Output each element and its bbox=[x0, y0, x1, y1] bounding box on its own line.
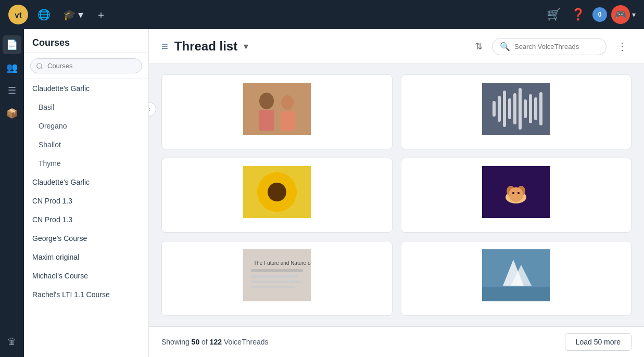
main-layout: 📄 👥 ☰ 📦 🗑 Courses Claudette's GarlicBasi… bbox=[0, 29, 644, 357]
card-thumbnail bbox=[401, 241, 632, 309]
help-icon-btn[interactable]: ❓ bbox=[568, 5, 588, 24]
sort-icon-btn[interactable]: ⇅ bbox=[472, 37, 486, 55]
card-thumbnail bbox=[401, 75, 632, 143]
card-title: dnelson testing export bbox=[401, 143, 632, 149]
status-bar: Showing 50 of 122 VoiceThreads Load 50 m… bbox=[149, 326, 644, 357]
thread-card[interactable]: The Future and Nature of Education Walru… bbox=[161, 241, 393, 316]
thread-card[interactable]: dnelson testing export Mario Jun 13, 202… bbox=[401, 74, 632, 149]
document-nav-btn[interactable]: 📄 bbox=[3, 35, 21, 54]
list-nav-btn[interactable]: ☰ bbox=[3, 81, 21, 100]
svg-rect-42 bbox=[251, 286, 295, 288]
card-thumbnail bbox=[162, 75, 392, 143]
svg-rect-47 bbox=[482, 288, 550, 301]
svg-point-3 bbox=[281, 95, 294, 110]
thread-card[interactable]: luff up the puff Potter 2022 Potter Jan … bbox=[401, 241, 632, 316]
svg-rect-41 bbox=[251, 280, 300, 283]
cart-icon-btn[interactable]: 🛒 bbox=[544, 5, 564, 24]
svg-rect-39 bbox=[251, 269, 303, 272]
sidebar-course-item[interactable]: CN Prod 1.3 bbox=[24, 192, 148, 210]
add-btn[interactable]: ＋ bbox=[93, 5, 109, 25]
sidebar-course-item[interactable]: Basil bbox=[24, 98, 148, 117]
sidebar-search-container bbox=[24, 53, 148, 79]
thread-card[interactable]: Head to Toe Exam Mario Jun 22, 2023 ⋮ bbox=[161, 74, 393, 149]
user-avatar-btn[interactable]: 🎮 ▾ bbox=[611, 5, 636, 24]
thread-search-input[interactable] bbox=[514, 43, 599, 50]
sidebar-courses-list: Claudette's GarlicBasilOreganoShallotThy… bbox=[24, 79, 148, 357]
sidebar-course-item[interactable]: Oregano bbox=[24, 117, 148, 135]
thread-grid: Head to Toe Exam Mario Jun 22, 2023 ⋮ dn… bbox=[149, 64, 644, 326]
box-nav-btn[interactable]: 📦 bbox=[3, 104, 21, 123]
vt-logo[interactable]: vt bbox=[8, 5, 28, 24]
svg-point-34 bbox=[509, 187, 523, 202]
sidebar-course-item[interactable]: Claudette's Garlic bbox=[24, 79, 148, 98]
svg-rect-15 bbox=[539, 92, 542, 125]
svg-rect-7 bbox=[498, 96, 501, 122]
svg-rect-9 bbox=[508, 98, 511, 119]
top-navigation: vt 🌐 🎓 ▾ ＋ 🛒 ❓ 0 🎮 ▾ bbox=[0, 0, 644, 29]
sidebar-course-item[interactable]: Claudette's Garlic bbox=[24, 173, 148, 192]
users-nav-btn[interactable]: 👥 bbox=[3, 58, 21, 77]
thread-card[interactable]: Latte dogs! Potter Mar 22, 2023 ⋮ bbox=[401, 158, 632, 233]
svg-point-36 bbox=[517, 192, 520, 194]
thread-search-bar: 🔍 bbox=[492, 38, 607, 55]
card-thumbnail: The Future and Nature of Education bbox=[162, 241, 392, 309]
sidebar-course-item[interactable]: George's Course bbox=[24, 229, 148, 248]
sidebar-course-item[interactable]: CN Prod 1.3 bbox=[24, 210, 148, 229]
sidebar-course-item[interactable]: Shallot bbox=[24, 135, 148, 154]
load-more-button[interactable]: Load 50 more bbox=[565, 333, 632, 351]
avatar: 🎮 bbox=[611, 5, 630, 24]
svg-rect-12 bbox=[524, 99, 527, 118]
sidebar-title: Courses bbox=[24, 29, 148, 53]
svg-rect-10 bbox=[513, 93, 516, 124]
nav-right-group: 🛒 ❓ 0 🎮 ▾ bbox=[544, 5, 636, 24]
thread-list-title: Thread list bbox=[174, 39, 237, 54]
notification-badge[interactable]: 0 bbox=[592, 7, 607, 22]
svg-rect-40 bbox=[251, 275, 298, 278]
svg-point-1 bbox=[259, 93, 274, 109]
svg-point-35 bbox=[512, 192, 514, 194]
icon-bar: 📄 👥 ☰ 📦 🗑 bbox=[0, 29, 24, 357]
thread-list-icon: ≡ bbox=[161, 40, 168, 53]
card-title: Latte dogs! bbox=[401, 226, 632, 233]
card-thumbnail bbox=[401, 158, 632, 226]
svg-rect-2 bbox=[259, 110, 274, 131]
more-options-btn[interactable]: ⋮ bbox=[613, 38, 632, 55]
thread-list-dropdown-btn[interactable]: ▾ bbox=[244, 41, 248, 52]
sidebar: Courses Claudette's GarlicBasilOreganoSh… bbox=[24, 29, 149, 357]
sidebar-course-item[interactable]: Michael's Course bbox=[24, 266, 148, 285]
svg-rect-14 bbox=[534, 97, 537, 120]
card-title: Untitled bbox=[162, 226, 392, 233]
sidebar-course-item[interactable]: Thyme bbox=[24, 154, 148, 173]
svg-rect-11 bbox=[519, 88, 522, 130]
svg-point-29 bbox=[268, 183, 286, 201]
trash-nav-btn[interactable]: 🗑 bbox=[3, 332, 21, 351]
svg-rect-6 bbox=[493, 101, 496, 117]
graduation-cap-btn[interactable]: 🎓 ▾ bbox=[60, 5, 86, 24]
sidebar-course-item[interactable]: Rachel's LTI 1.1 Course bbox=[24, 285, 148, 304]
svg-rect-0 bbox=[243, 83, 311, 135]
svg-rect-13 bbox=[529, 94, 532, 123]
card-thumbnail bbox=[162, 158, 392, 226]
sidebar-search-input[interactable] bbox=[30, 58, 142, 73]
svg-rect-8 bbox=[503, 91, 506, 127]
card-title: Walrus bbox=[162, 309, 392, 316]
card-title: luff up the puff Potter 2022 bbox=[401, 309, 632, 316]
status-text: Showing 50 of 122 VoiceThreads bbox=[161, 338, 269, 346]
svg-text:The Future and Nature of Educa: The Future and Nature of Education bbox=[254, 260, 311, 266]
thread-card[interactable]: Untitled Mario Jun 13, 2023 ⋮ bbox=[161, 158, 393, 233]
card-title: Head to Toe Exam bbox=[162, 143, 392, 149]
content-area: ‹ ≡ Thread list ▾ ⇅ 🔍 ⋮ Head to Toe Exam… bbox=[149, 29, 644, 357]
svg-rect-4 bbox=[281, 111, 295, 131]
sidebar-course-item[interactable]: Maxim original bbox=[24, 248, 148, 266]
search-icon: 🔍 bbox=[500, 42, 510, 52]
globe-icon-btn[interactable]: 🌐 bbox=[34, 5, 54, 24]
thread-list-header: ≡ Thread list ▾ ⇅ 🔍 ⋮ bbox=[149, 29, 644, 64]
